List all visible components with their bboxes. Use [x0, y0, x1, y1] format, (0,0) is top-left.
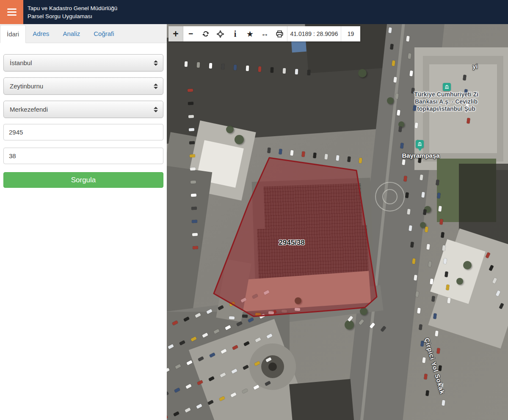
select-arrows-icon [154, 83, 158, 89]
map-feature [192, 220, 197, 223]
map-feature [428, 261, 432, 267]
tab-analiz[interactable]: Analiz [56, 25, 87, 43]
map-feature [358, 69, 367, 77]
map-feature [188, 89, 193, 92]
map-feature [226, 126, 234, 133]
bank-poi-icon[interactable] [443, 83, 451, 91]
parcel-query-form: İstanbul Zeytinburnu Merkezefendi Sorgul… [0, 43, 167, 188]
map-feature [439, 219, 443, 225]
map-feature [360, 307, 367, 315]
map-feature [191, 194, 196, 197]
map-feature [431, 296, 435, 302]
map-feature [242, 315, 248, 318]
map-feature [425, 227, 428, 233]
map-feature [189, 128, 194, 131]
map-feature [255, 313, 261, 316]
map-feature [440, 383, 444, 389]
info-button[interactable]: i [228, 26, 243, 41]
bayrampasa-poi-pin-icon[interactable] [416, 140, 424, 148]
map-feature [422, 357, 426, 363]
map-feature [234, 65, 237, 70]
measure-button[interactable]: ↔ [257, 26, 272, 41]
tab-cografi[interactable]: Coğrafi [87, 25, 121, 43]
map-feature [424, 374, 428, 380]
map-feature [289, 379, 356, 420]
map-feature [435, 331, 439, 337]
app-title: Tapu ve Kadastro Genel Müdürlüğü Parsel … [23, 0, 117, 24]
refresh-button[interactable] [198, 26, 213, 41]
neighborhood-select[interactable]: Merkezefendi [3, 101, 163, 118]
map-feature [463, 261, 472, 269]
map-feature [246, 66, 249, 71]
map-feature [271, 67, 274, 73]
select-arrows-icon [154, 60, 158, 66]
map-feature [436, 348, 440, 354]
map-feature [425, 390, 429, 396]
map-feature [190, 167, 196, 170]
map-feature [258, 66, 262, 72]
map-feature [295, 308, 300, 311]
query-sidebar: İdari Adres Analiz Coğrafi İstanbul Zeyt… [0, 24, 167, 420]
map-feature [229, 316, 235, 319]
select-arrows-icon [154, 107, 158, 112]
map-feature [438, 365, 442, 371]
hamburger-icon [7, 8, 17, 10]
map-feature [282, 310, 287, 313]
map-feature [426, 244, 430, 250]
print-button[interactable] [272, 26, 287, 41]
satellite-imagery [167, 24, 508, 420]
pan-icon [216, 30, 224, 38]
map-feature [193, 246, 198, 249]
map-feature [307, 70, 311, 75]
map-feature [382, 189, 398, 204]
horizontal-arrows-icon: ↔ [261, 29, 269, 38]
map-feature [420, 341, 424, 347]
map-feature [324, 154, 328, 160]
refresh-icon [202, 30, 210, 38]
tab-adres[interactable]: Adres [26, 25, 56, 43]
plus-icon: + [173, 28, 178, 40]
map-feature [301, 151, 305, 157]
map-feature [423, 209, 427, 215]
zoom-in-button[interactable]: + [168, 26, 183, 41]
map-feature [268, 362, 277, 371]
map-feature [295, 69, 298, 74]
pan-button[interactable] [213, 26, 228, 41]
map-feature [313, 153, 316, 159]
map-feature [267, 148, 271, 154]
map-feature [336, 155, 339, 161]
hamburger-menu-button[interactable] [0, 0, 23, 24]
block-number-input[interactable] [3, 124, 163, 140]
info-icon: i [234, 29, 237, 39]
map-feature [192, 233, 198, 236]
map-feature [441, 232, 444, 238]
map-feature [188, 115, 194, 118]
map-feature [291, 41, 306, 52]
province-select-value: İstanbul [10, 59, 32, 66]
parcel-number-input[interactable] [3, 148, 163, 164]
map-feature [189, 141, 195, 144]
map-feature [191, 207, 197, 210]
map-feature [279, 149, 282, 155]
map-feature [415, 291, 419, 297]
tab-idari[interactable]: İdari [0, 25, 26, 43]
tab-bar: İdari Adres Analiz Coğrafi [0, 24, 167, 43]
zoom-out-button[interactable]: − [183, 26, 198, 41]
map-feature [419, 324, 422, 330]
map-feature [197, 62, 200, 68]
map-feature [190, 154, 195, 157]
map-feature [190, 181, 196, 184]
neighborhood-select-value: Merkezefendi [10, 106, 48, 113]
map-toolbar: + − i ★ ↔ 41.0189 : 28.9096 19 [168, 26, 360, 41]
district-select[interactable]: Zeytinburnu [3, 77, 163, 95]
province-select[interactable]: İstanbul [3, 54, 163, 71]
favorites-button[interactable]: ★ [243, 26, 257, 41]
district-select-value: Zeytinburnu [10, 82, 43, 90]
sorgula-submit-button[interactable]: Sorgula [3, 172, 163, 188]
map-feature [347, 156, 351, 162]
map-feature [442, 400, 445, 406]
map-feature [290, 150, 293, 156]
app-title-line1: Tapu ve Kadastro Genel Müdürlüğü [28, 4, 117, 12]
map-canvas[interactable]: yi Türkiye Cumhuriyeti Zi Bankası A.ş. -… [167, 24, 508, 420]
star-icon: ★ [246, 29, 254, 39]
